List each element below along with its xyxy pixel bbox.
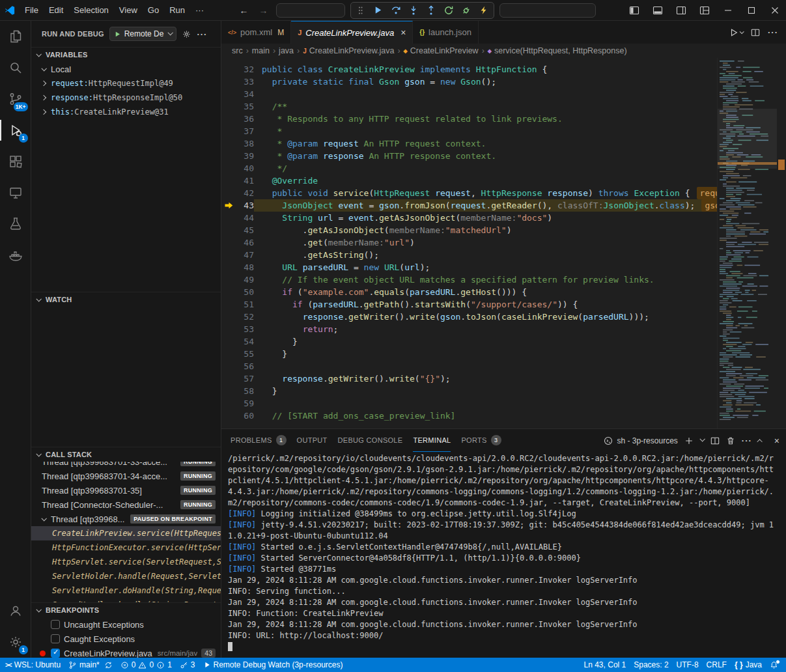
gutter-36[interactable]: 36 — [221, 113, 254, 125]
watch-section-header[interactable]: WATCH — [31, 292, 221, 307]
language-indicator[interactable]: { } Java — [731, 658, 766, 672]
line-number[interactable]: 46 — [236, 236, 254, 249]
code-line-32[interactable]: 32public class CreateLinkPreview impleme… — [221, 63, 717, 76]
panel-tab-output[interactable]: OUTPUT — [297, 429, 328, 452]
code-line-58[interactable]: 58 } — [221, 385, 717, 397]
debug-step-into-icon[interactable] — [408, 5, 419, 16]
code-text-line[interactable]: /** — [254, 100, 717, 113]
line-number[interactable]: 33 — [236, 76, 254, 88]
code-text-line[interactable]: .get(memberName:"url") — [254, 236, 717, 249]
variable-row-this[interactable]: this: CreateLinkPreview@31 — [31, 105, 221, 119]
panel-tab-terminal[interactable]: TERMINAL — [413, 429, 451, 452]
panel-tab-debug-console[interactable]: DEBUG CONSOLE — [338, 429, 403, 452]
line-number[interactable]: 56 — [236, 360, 254, 372]
tab-pom-xml[interactable]: </>pom.xmlM — [221, 21, 291, 44]
line-number[interactable]: 55 — [236, 348, 254, 360]
overview-ruler[interactable] — [777, 58, 786, 428]
code-text-line[interactable] — [254, 397, 717, 410]
code-line-44[interactable]: 44 String url = event.getAsJsonObject(me… — [221, 212, 717, 224]
breakpoint-row-createlinkpreview-java[interactable]: CreateLinkPreview.javasrc/main/java43 — [31, 646, 221, 658]
code-text-line[interactable]: * @param request An HTTP request context… — [254, 137, 717, 150]
terminal-output[interactable]: /pierrick/.m2/repository/io/cloudevents/… — [221, 452, 786, 658]
stack-frame-row[interactable]: ServletHandler.doHandle(String,Reque — [31, 583, 221, 598]
eol-indicator[interactable]: CRLF — [703, 658, 731, 672]
line-number[interactable]: 50 — [236, 286, 254, 298]
code-text-line[interactable]: URL parsedURL = new URL(url); — [254, 261, 717, 273]
split-editor-icon[interactable] — [751, 28, 760, 37]
code-line-53[interactable]: 53 return; — [221, 323, 717, 335]
code-line-57[interactable]: 57 response.getWriter().write("{}"); — [221, 372, 717, 385]
line-number[interactable]: 54 — [236, 335, 254, 348]
sidebar-item-run-and-debug[interactable]: 1 — [0, 115, 31, 146]
gutter-52[interactable]: 52 — [221, 311, 254, 323]
navigate-back-icon[interactable]: ← — [237, 5, 251, 16]
code-text-line[interactable]: } — [254, 335, 717, 348]
line-number[interactable]: 47 — [236, 249, 254, 261]
gutter-35[interactable]: 35 — [221, 100, 254, 113]
code-line-51[interactable]: 51 if (parsedURL.getPath().startsWith("/… — [221, 298, 717, 311]
code-line-37[interactable]: 37 * — [221, 125, 717, 137]
line-number[interactable]: 51 — [236, 298, 254, 311]
remote-indicator[interactable]: >< WSL: Ubuntu — [1, 658, 64, 672]
variables-section-header[interactable]: VARIABLES — [31, 48, 221, 62]
navigate-forward-icon[interactable]: → — [257, 5, 271, 16]
code-text-line[interactable]: */ — [254, 162, 717, 175]
code-text-line[interactable]: * Responds to any HTTP request related t… — [254, 113, 717, 125]
close-tab-icon[interactable]: × — [400, 27, 406, 38]
gutter-42[interactable]: 42 — [221, 187, 254, 199]
code-text-line[interactable]: } — [254, 348, 717, 360]
code-line-40[interactable]: 40 */ — [221, 162, 717, 175]
code-text-line[interactable]: } — [254, 385, 717, 397]
sidebar-item-explorer[interactable] — [0, 21, 31, 52]
accounts-button[interactable] — [0, 595, 31, 626]
gutter-57[interactable]: 57 — [221, 372, 254, 385]
encoding-indicator[interactable]: UTF-8 — [673, 658, 703, 672]
code-line-55[interactable]: 55 } — [221, 348, 717, 360]
gutter-59[interactable]: 59 — [221, 397, 254, 410]
gutter-44[interactable]: 44 — [221, 212, 254, 224]
debug-step-out-icon[interactable] — [425, 5, 437, 16]
line-number[interactable]: 48 — [236, 261, 254, 273]
hot-code-replace-icon[interactable] — [478, 5, 490, 16]
thread-row[interactable]: Thread [qtp399683701-35]RUNNING — [31, 483, 221, 497]
call-stack-section-header[interactable]: CALL STACK — [31, 447, 221, 462]
line-number[interactable]: 45 — [236, 224, 254, 236]
toolbar-drag-handle-icon[interactable] — [355, 5, 367, 16]
keys-indicator[interactable]: 3 — [176, 658, 199, 672]
code-line-56[interactable]: 56 — [221, 360, 717, 372]
thread-row[interactable]: Thread [Connector-Scheduler-...RUNNING — [31, 497, 221, 512]
gutter-53[interactable]: 53 — [221, 323, 254, 335]
code-text-line[interactable]: .getAsJsonObject(memberName:"matchedUrl"… — [254, 224, 717, 236]
run-java-icon[interactable] — [729, 28, 743, 37]
new-terminal-icon[interactable] — [684, 436, 694, 445]
line-number[interactable]: 59 — [236, 397, 254, 410]
command-center-secondary[interactable] — [499, 3, 596, 18]
tab-createlinkpreview-java[interactable]: JCreateLinkPreview.java× — [291, 21, 413, 44]
gutter-34[interactable]: 34 — [221, 88, 254, 100]
panel-tab-ports[interactable]: PORTS3 — [461, 429, 501, 452]
code-text-line[interactable]: JsonObject event = gson.fromJson(request… — [254, 199, 717, 212]
menu-item-go[interactable]: Go — [143, 3, 164, 18]
menu-item-view[interactable]: View — [114, 3, 143, 18]
debug-current-line-arrow-icon[interactable] — [221, 202, 236, 209]
breakpoints-section-header[interactable]: BREAKPOINTS — [31, 603, 221, 617]
line-number[interactable]: 60 — [236, 410, 254, 422]
customize-layout-icon[interactable] — [694, 1, 716, 20]
gutter-50[interactable]: 50 — [221, 286, 254, 298]
code-line-33[interactable]: 33 private static final Gson gson = new … — [221, 76, 717, 88]
debug-restart-icon[interactable] — [443, 5, 455, 16]
code-line-48[interactable]: 48 URL parsedURL = new URL(url); — [221, 261, 717, 273]
menu-item-run[interactable]: Run — [164, 3, 190, 18]
panel-more-actions-icon[interactable]: ··· — [742, 436, 752, 445]
gutter-41[interactable]: 41 — [221, 175, 254, 187]
code-line-41[interactable]: 41 @Override — [221, 175, 717, 187]
line-number[interactable]: 32 — [236, 63, 254, 76]
gutter-46[interactable]: 46 — [221, 236, 254, 249]
gutter-58[interactable]: 58 — [221, 385, 254, 397]
code-line-36[interactable]: 36 * Responds to any HTTP request relate… — [221, 113, 717, 125]
code-text-line[interactable]: if ("example.com".equals(parsedURL.getHo… — [254, 286, 717, 298]
gutter-39[interactable]: 39 — [221, 150, 254, 162]
sidebar-item-search[interactable] — [0, 52, 31, 83]
code-line-60[interactable]: 60 // [START add_ons_case_preview_link] — [221, 410, 717, 422]
line-number[interactable]: 49 — [236, 273, 254, 286]
